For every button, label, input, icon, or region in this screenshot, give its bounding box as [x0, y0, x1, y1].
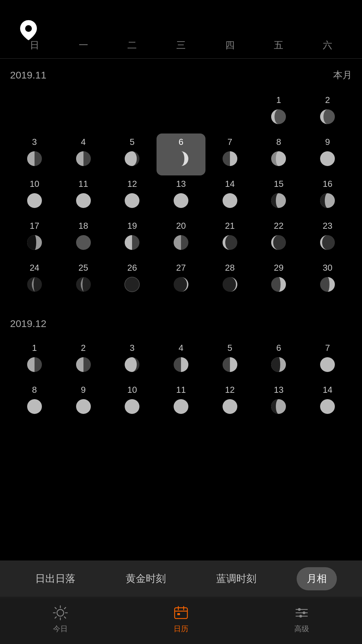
day-number: 19: [108, 221, 157, 231]
day-cell[interactable]: 26: [108, 259, 157, 301]
day-cell[interactable]: 6: [254, 339, 303, 381]
svg-rect-54: [175, 608, 187, 619]
day-cell[interactable]: 14: [303, 381, 352, 423]
svg-point-24: [27, 277, 42, 292]
day-cell[interactable]: 1: [10, 339, 59, 381]
day-cell[interactable]: 13: [157, 175, 205, 217]
svg-point-41: [174, 399, 188, 414]
moon-phase-icon: [221, 234, 239, 251]
day-cell[interactable]: 28: [205, 259, 254, 301]
svg-point-18: [76, 235, 91, 250]
day-cell[interactable]: 22: [254, 217, 303, 259]
day-cell[interactable]: 2: [59, 339, 108, 381]
moon-phase-icon: [319, 398, 336, 415]
day-cell[interactable]: 4: [59, 133, 108, 175]
day-cell[interactable]: 11: [59, 175, 108, 217]
day-cell[interactable]: 17: [10, 217, 59, 259]
moon-phase-icon: [26, 192, 43, 209]
day-cell[interactable]: 6: [157, 133, 205, 175]
day-cell[interactable]: 19: [108, 217, 157, 259]
day-cell[interactable]: 12: [205, 381, 254, 423]
day-cell[interactable]: 12: [108, 175, 157, 217]
svg-point-10: [27, 193, 42, 208]
day-cell[interactable]: 25: [59, 259, 108, 301]
moon-phase-icon: [75, 398, 92, 415]
svg-point-64: [299, 615, 302, 618]
day-cell[interactable]: 27: [157, 259, 205, 301]
month-label: 2019.12: [10, 318, 46, 329]
day-number: 18: [59, 221, 108, 231]
day-number: 13: [157, 179, 205, 189]
day-cell[interactable]: 7: [205, 133, 254, 175]
moon-phase-icon: [26, 150, 43, 167]
moon-phase-icon: [270, 150, 287, 167]
day-cell[interactable]: 14: [205, 175, 254, 217]
svg-point-44: [320, 399, 335, 414]
day-cell[interactable]: 1: [254, 92, 303, 133]
day-cell[interactable]: 23: [303, 217, 352, 259]
day-cell[interactable]: 21: [205, 217, 254, 259]
tab-item-advanced[interactable]: 高级: [293, 604, 310, 634]
moon-phase-icon: [221, 356, 239, 373]
mode-button-蓝调时刻[interactable]: 蓝调时刻: [206, 567, 266, 590]
moon-phase-icon: [270, 108, 287, 125]
moon-phase-icon: [75, 276, 92, 293]
svg-point-40: [125, 399, 139, 414]
day-number: 6: [254, 343, 303, 353]
day-cell[interactable]: 3: [108, 339, 157, 381]
day-cell[interactable]: 7: [303, 339, 352, 381]
day-cell[interactable]: 8: [10, 381, 59, 423]
svg-point-63: [303, 611, 305, 614]
mode-button-日出日落[interactable]: 日出日落: [25, 567, 85, 590]
day-cell[interactable]: 5: [108, 133, 157, 175]
day-number: 4: [157, 343, 205, 353]
mode-button-月相[interactable]: 月相: [297, 567, 337, 590]
day-cell[interactable]: 5: [205, 339, 254, 381]
calendar-icon: [173, 604, 189, 621]
day-cell[interactable]: 11: [157, 381, 205, 423]
svg-point-13: [174, 193, 188, 208]
mode-button-黄金时刻[interactable]: 黄金时刻: [116, 567, 176, 590]
this-month-button[interactable]: 本月: [333, 69, 352, 82]
day-cell[interactable]: 20: [157, 217, 205, 259]
day-cell[interactable]: 29: [254, 259, 303, 301]
weekday-header: 六: [303, 36, 352, 55]
moon-phase-icon: [319, 150, 336, 167]
moon-phase-icon: [319, 108, 336, 125]
svg-point-9: [320, 151, 335, 166]
day-cell[interactable]: 8: [254, 133, 303, 175]
day-number: 12: [205, 385, 254, 395]
day-number: 3: [10, 137, 59, 147]
day-cell[interactable]: 9: [59, 381, 108, 423]
day-cell[interactable]: 15: [254, 175, 303, 217]
moon-phase-icon: [319, 276, 336, 293]
day-cell[interactable]: 4: [157, 339, 205, 381]
day-cell[interactable]: 16: [303, 175, 352, 217]
day-cell[interactable]: 9: [303, 133, 352, 175]
day-cell[interactable]: 24: [10, 259, 59, 301]
day-cell[interactable]: 18: [59, 217, 108, 259]
day-cell[interactable]: 2: [303, 92, 352, 133]
moon-phase-icon: [75, 150, 92, 167]
moon-phase-icon: [221, 150, 239, 167]
tab-item-calendar[interactable]: 日历: [173, 604, 189, 634]
moon-phase-icon: [26, 398, 43, 415]
day-cell[interactable]: 3: [10, 133, 59, 175]
moon-phase-icon: [172, 398, 190, 415]
svg-point-45: [57, 609, 64, 616]
moon-phase-icon: [221, 398, 239, 415]
day-cell[interactable]: 10: [10, 175, 59, 217]
calendar-grid: 1 2 3 4 5 6 78910111213 14: [10, 339, 352, 423]
day-number: 5: [108, 137, 157, 147]
day-cell[interactable]: 10: [108, 381, 157, 423]
moon-phase-icon: [75, 356, 92, 373]
day-number: 27: [157, 263, 205, 273]
tab-item-today[interactable]: 今日: [52, 604, 69, 634]
svg-point-0: [25, 25, 32, 32]
tab-label-today: 今日: [53, 624, 68, 634]
day-cell[interactable]: 13: [254, 381, 303, 423]
svg-rect-58: [177, 613, 180, 615]
moon-phase-icon: [172, 276, 190, 293]
moon-phase-icon: [270, 234, 287, 251]
day-cell[interactable]: 30: [303, 259, 352, 301]
